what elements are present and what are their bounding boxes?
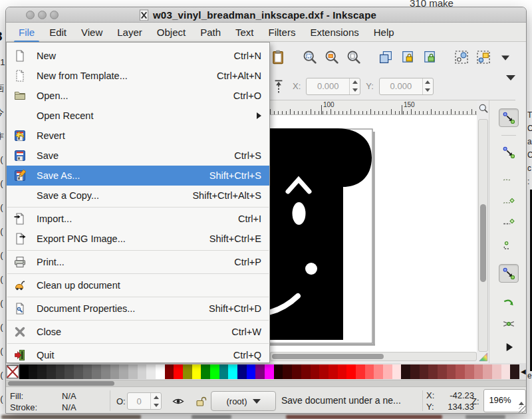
palette-swatch[interactable]: [447, 364, 456, 379]
palette-swatch[interactable]: [110, 364, 120, 379]
palette-swatch[interactable]: [201, 364, 210, 379]
palette-swatch[interactable]: [265, 364, 274, 379]
horizontal-scrollbar[interactable]: [270, 352, 477, 361]
palette-swatch[interactable]: [392, 364, 402, 379]
palette-swatch[interactable]: [374, 364, 383, 379]
spin-down-icon[interactable]: [151, 401, 161, 409]
palette-swatch[interactable]: [56, 364, 65, 379]
window-resize-grip[interactable]: [519, 406, 527, 414]
palette-swatch[interactable]: [428, 364, 438, 379]
snap-bbox-corners-icon[interactable]: [499, 191, 519, 210]
zoom-drawing-icon[interactable]: [324, 49, 340, 66]
palette-swatch[interactable]: [420, 364, 429, 379]
fill-value[interactable]: N/A: [62, 391, 76, 401]
palette-swatch[interactable]: [292, 364, 301, 379]
palette-swatch[interactable]: [174, 364, 183, 379]
snap-to-paths-icon[interactable]: [499, 294, 519, 313]
layer-selector[interactable]: (root): [211, 391, 276, 411]
palette-swatch[interactable]: [101, 364, 110, 379]
canvas-zoom-icon[interactable]: [477, 101, 489, 115]
palette-swatch[interactable]: [183, 364, 192, 379]
palette-swatch[interactable]: [119, 364, 128, 379]
menu-item-new-from-template[interactable]: New from Template...Ctrl+Alt+N: [7, 66, 269, 86]
palette-swatch[interactable]: [401, 364, 410, 379]
palette-swatch[interactable]: [138, 364, 147, 379]
snap-bbox-edges-icon[interactable]: [499, 168, 519, 187]
menu-item-import[interactable]: Import...Ctrl+I: [7, 209, 269, 229]
spin-up-icon[interactable]: [423, 78, 433, 86]
duplicate-icon[interactable]: [378, 49, 394, 66]
palette-swatch[interactable]: [301, 364, 311, 379]
titlebar[interactable]: w03_vinyl_breadman_inkscape.dxf - Inksca…: [6, 7, 526, 23]
menu-item-quit[interactable]: QuitCtrl+Q: [7, 345, 269, 365]
horizontal-scrollbar-thumb[interactable]: [272, 354, 384, 359]
palette-swatch[interactable]: [311, 364, 320, 379]
menu-item-open-recent[interactable]: Open Recent: [7, 106, 269, 126]
vertical-scrollbar-thumb[interactable]: [480, 204, 486, 282]
palette-swatch[interactable]: [283, 364, 292, 379]
palette-swatch[interactable]: [492, 364, 501, 379]
snap-nodes-icon[interactable]: [499, 264, 519, 283]
menu-item-clean-up-document[interactable]: Clean up document: [7, 275, 269, 295]
palette-swatch[interactable]: [37, 364, 47, 379]
palette-swatch[interactable]: [319, 364, 329, 379]
menubar-item-file[interactable]: File: [11, 24, 42, 41]
snap-more-icon[interactable]: [499, 338, 519, 356]
eye-icon[interactable]: [172, 395, 184, 407]
palette-swatch[interactable]: [255, 364, 265, 379]
menu-item-export-png-image[interactable]: Export PNG Image...Shift+Ctrl+E: [7, 229, 269, 249]
menu-item-print[interactable]: Print...Ctrl+P: [7, 252, 269, 272]
y-coordinate-spinner[interactable]: 0.000: [379, 78, 434, 95]
snap-bbox-centers-icon[interactable]: [499, 236, 519, 255]
unlink-clone-icon[interactable]: [422, 49, 438, 66]
spin-up-icon[interactable]: [519, 392, 524, 402]
menu-item-save[interactable]: SaveCtrl+S: [7, 146, 269, 166]
palette-swatch[interactable]: [192, 364, 201, 379]
menu-item-close[interactable]: CloseCtrl+W: [7, 322, 269, 342]
palette-scrollbar[interactable]: [6, 380, 527, 386]
palette-swatch[interactable]: [210, 364, 219, 379]
x-coordinate-spinner[interactable]: 0.000: [306, 78, 360, 95]
vertical-scrollbar[interactable]: [478, 119, 488, 352]
palette-swatch[interactable]: [247, 364, 256, 379]
menu-item-revert[interactable]: Revert: [7, 126, 269, 146]
opacity-spinner[interactable]: 0: [127, 392, 162, 410]
palette-swatch[interactable]: [92, 364, 101, 379]
palette-swatch[interactable]: [510, 364, 519, 379]
palette-swatch[interactable]: [410, 364, 420, 379]
window-close-button[interactable]: [26, 11, 35, 19]
palette-swatch[interactable]: [165, 364, 174, 379]
palette-swatch[interactable]: [146, 364, 156, 379]
palette-swatch[interactable]: [483, 364, 492, 379]
group-icon[interactable]: [454, 49, 469, 66]
clone-icon[interactable]: [400, 49, 416, 66]
menu-item-save-a-copy[interactable]: Save a Copy...Shift+Ctrl+Alt+S: [7, 186, 269, 206]
snap-bbox-midpoints-icon[interactable]: [499, 211, 519, 230]
menubar-item-text[interactable]: Text: [228, 24, 261, 41]
palette-swatch[interactable]: [274, 364, 283, 379]
window-zoom-button[interactable]: [50, 11, 59, 19]
palette-swatch[interactable]: [83, 364, 92, 379]
spin-up-icon[interactable]: [350, 78, 360, 86]
palette-swatch[interactable]: [74, 364, 83, 379]
palette-swatch[interactable]: [156, 364, 165, 379]
cms-icon[interactable]: [477, 351, 489, 362]
menu-item-new[interactable]: NewCtrl+N: [7, 46, 269, 66]
canvas[interactable]: [270, 115, 477, 352]
ungroup-icon[interactable]: [475, 49, 491, 66]
window-minimize-button[interactable]: [38, 11, 47, 19]
menubar-item-object[interactable]: Object: [150, 24, 193, 41]
palette-swatch[interactable]: [237, 364, 247, 379]
menu-item-document-properties[interactable]: Document Properties...Shift+Ctrl+D: [7, 299, 269, 319]
zoom-selection-icon[interactable]: [302, 49, 318, 66]
palette-swatch[interactable]: [346, 364, 356, 379]
menubar-item-help[interactable]: Help: [366, 24, 402, 41]
menu-item-save-as[interactable]: Save As...Shift+Ctrl+S: [7, 166, 269, 186]
palette-scroll-left-icon[interactable]: ◀: [519, 368, 527, 375]
toolbar-overflow-icon[interactable]: [497, 49, 513, 66]
palette-swatch[interactable]: [219, 364, 229, 379]
spin-up-icon[interactable]: [151, 393, 161, 401]
palette-swatch[interactable]: [365, 364, 374, 379]
palette-swatch[interactable]: [383, 364, 392, 379]
menu-item-open[interactable]: Open...Ctrl+O: [7, 86, 269, 106]
